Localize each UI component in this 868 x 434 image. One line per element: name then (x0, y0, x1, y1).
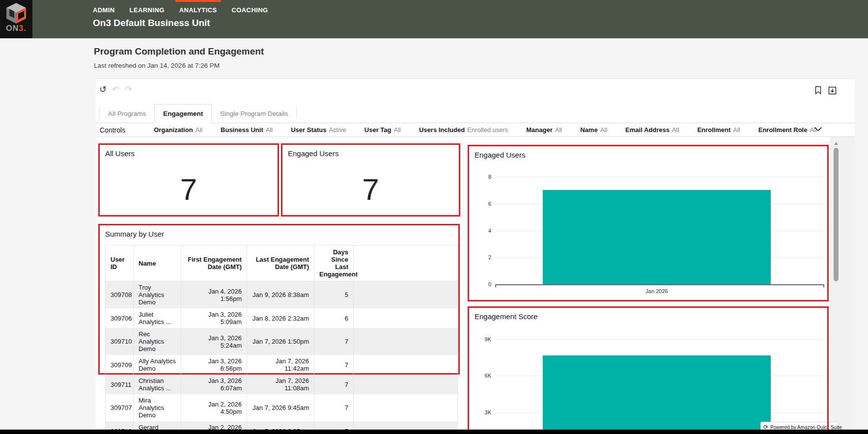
table-cell: Juliet Analytics ... (134, 308, 181, 328)
plot-area: 9K6K3K (495, 330, 824, 432)
column-header[interactable]: First Engagement Date (GMT) (181, 245, 247, 281)
vertical-scrollbar[interactable] (834, 148, 839, 281)
last-refreshed-text: Last refreshed on Jan 14, 2026 at 7:26 P… (94, 62, 220, 69)
table-cell: Rec Analytics Demo (134, 328, 181, 355)
table-cell: 6 (314, 308, 354, 328)
chevron-down-icon[interactable] (814, 127, 822, 132)
table-row[interactable]: 309708Troy Analytics DemoJan 4, 2026 1:5… (106, 281, 458, 309)
column-header[interactable]: User ID (106, 245, 134, 281)
export-download-icon[interactable] (828, 86, 837, 95)
bar-jan-2026[interactable] (543, 190, 771, 284)
y-tick-label: 9K (472, 336, 491, 342)
table-cell: 7 (314, 394, 354, 421)
table-cell (354, 281, 458, 309)
table-cell: Jan 9, 2026 8:38am (247, 281, 314, 309)
table-cell: 7 (314, 355, 354, 375)
table-title: Summary by User (105, 230, 164, 238)
filter-email-address[interactable]: Email AddressAll (625, 126, 679, 134)
y-tick-label: 8 (472, 174, 491, 180)
nav-item-analytics[interactable]: ANALYTICS (179, 0, 217, 14)
chart-title: Engaged Users (475, 151, 525, 159)
table-cell: 5 (314, 281, 354, 309)
table-cell: Troy Analytics Demo (134, 281, 181, 309)
table-row[interactable]: 309709Ally Analytics DemoJan 3, 2026 6:5… (106, 355, 458, 375)
summary-table: User IDNameFirst Engagement Date (GMT)La… (105, 245, 458, 434)
on3-logo-text: ON3. (6, 25, 26, 32)
column-header[interactable] (354, 245, 458, 281)
table-cell: 7 (314, 328, 354, 355)
table-row[interactable]: 309711Christian Analytics ...Jan 3, 2026… (106, 375, 458, 394)
filter-name[interactable]: NameAll (580, 126, 607, 134)
column-header[interactable]: Last Engagement Date (GMT) (247, 245, 314, 281)
table-row[interactable]: 309706Juliet Analytics ...Jan 3, 2026 5:… (106, 308, 458, 328)
y-tick-label: 0 (472, 281, 491, 287)
y-tick-label: 4 (472, 228, 491, 234)
x-axis-category-label: Jan 2026 (543, 288, 771, 294)
powered-by-text: Powered by Amazon Quick Suite (770, 425, 842, 430)
table-cell: Jan 2, 2026 4:50pm (181, 394, 247, 421)
nav-item-learning[interactable]: LEARNING (130, 0, 165, 14)
filter-business-unit[interactable]: Business UnitAll (221, 126, 273, 134)
chart-title: Engagement Score (475, 312, 537, 321)
filter-enrollment[interactable]: EnrollmentAll (697, 126, 740, 134)
table-cell: Jan 3, 2026 6:07am (181, 375, 247, 394)
business-unit-title: On3 Default Business Unit (93, 18, 210, 28)
tab-single-program-details[interactable]: Single Program Details (212, 105, 296, 123)
column-header[interactable]: Days Since Last Engagement (314, 245, 354, 281)
tab-all-programs[interactable]: All Programs (100, 105, 154, 123)
table-cell: Christian Analytics ... (134, 375, 181, 394)
kpi-title: All Users (105, 149, 135, 158)
kpi-title: Engaged Users (288, 149, 338, 158)
y-tick-label: 6K (472, 373, 491, 379)
filter-organization[interactable]: OrganizationAll (154, 126, 202, 134)
table-cell: 309707 (106, 394, 134, 421)
dashboard-toolbar-left: ↺ ↶ ↷ (99, 85, 132, 94)
sheet-tabbar: All ProgramsEngagementSingle Program Det… (96, 103, 855, 123)
kpi-card-engaged-users: Engaged Users 7 (281, 143, 460, 217)
filter-user-status[interactable]: User StatusActive (291, 126, 346, 134)
bookmark-icon[interactable] (814, 86, 822, 95)
table-cell: Jan 3, 2026 5:09am (181, 308, 247, 328)
bottom-edge-strip (0, 430, 868, 434)
engaged-users-chart-card: Engaged Users Jan 2026 86420 (468, 145, 829, 301)
kpi-value: 7 (282, 163, 459, 215)
bar-jan-2026[interactable] (543, 355, 771, 432)
table-cell (354, 394, 458, 421)
tab-engagement[interactable]: Engagement (154, 104, 212, 123)
column-header[interactable]: Name (134, 245, 181, 281)
dashboard-sheet: All Users 7 Engaged Users 7 Summary by U… (96, 137, 855, 430)
table-cell: Jan 7, 2026 11:08am (247, 375, 314, 394)
table-row[interactable]: 309707Mira Analytics DemoJan 2, 2026 4:5… (106, 394, 458, 421)
table-cell: Jan 7, 2026 1:50pm (247, 328, 314, 355)
table-cell: 309709 (106, 355, 134, 375)
scroll-up-arrow[interactable] (834, 142, 838, 145)
summary-table-body: 309708Troy Analytics DemoJan 4, 2026 1:5… (106, 281, 458, 434)
top-nav: ON3. ADMINLEARNINGANALYTICSCOACHING On3 … (0, 0, 868, 38)
x-axis-line (495, 284, 824, 285)
tab-divider (296, 108, 297, 118)
controls-label: Controls (100, 126, 125, 134)
undo-icon[interactable]: ↶ (112, 85, 119, 94)
filter-user-tag[interactable]: User TagAll (364, 126, 401, 134)
table-cell (354, 328, 458, 355)
table-cell: Jan 8, 2026 2:32am (247, 308, 314, 328)
on3-logo[interactable]: ON3. (0, 0, 32, 38)
filter-manager[interactable]: ManagerAll (526, 126, 562, 134)
nav-menu: ADMINLEARNINGANALYTICSCOACHING (93, 0, 268, 14)
engagement-score-chart-card: Engagement Score 9K6K3K (468, 306, 829, 432)
nav-item-coaching[interactable]: COACHING (232, 0, 268, 14)
nav-item-admin[interactable]: ADMIN (93, 0, 115, 14)
table-cell: 309711 (106, 375, 134, 394)
filter-users-included[interactable]: Users IncludedEnrolled users (419, 126, 508, 134)
redo-icon[interactable]: ↷ (125, 85, 132, 94)
on3-cube-icon (4, 2, 28, 25)
filter-enrollment-role[interactable]: Enrollment RoleAll (758, 126, 817, 134)
summary-table-header: User IDNameFirst Engagement Date (GMT)La… (106, 245, 458, 281)
table-cell (354, 355, 458, 375)
kpi-card-all-users: All Users 7 (98, 143, 279, 217)
table-cell: Jan 3, 2026 6:56pm (181, 355, 247, 375)
gridline (495, 177, 824, 177)
table-cell: 309708 (106, 281, 134, 309)
reset-icon[interactable]: ↺ (99, 85, 107, 94)
table-row[interactable]: 309710Rec Analytics DemoJan 3, 2026 5:24… (106, 328, 458, 355)
